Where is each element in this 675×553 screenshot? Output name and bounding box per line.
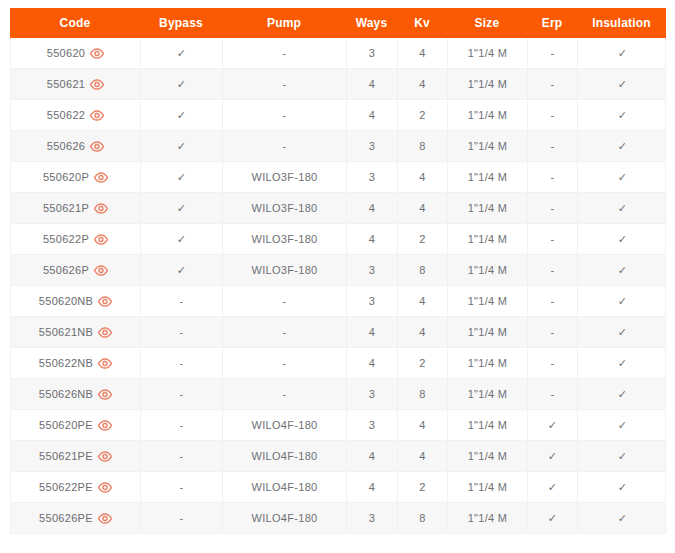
- kv-cell: 2: [398, 224, 448, 254]
- eye-icon[interactable]: [90, 110, 104, 121]
- ways-cell: 3: [347, 255, 398, 285]
- eye-icon[interactable]: [98, 389, 112, 400]
- eye-icon[interactable]: [98, 513, 112, 524]
- product-code: 550622: [47, 109, 86, 121]
- size-cell: 1"1/4 M: [448, 317, 528, 347]
- insulation-cell: ✓: [578, 286, 667, 316]
- eye-icon[interactable]: [98, 358, 112, 369]
- kv-cell: 8: [398, 503, 448, 533]
- insulation-cell: ✓: [578, 379, 667, 409]
- pump-cell: -: [223, 100, 347, 130]
- size-cell: 1"1/4 M: [448, 100, 528, 130]
- size-cell: 1"1/4 M: [448, 410, 528, 440]
- size-cell: 1"1/4 M: [448, 162, 528, 192]
- ways-cell: 4: [347, 69, 398, 99]
- erp-cell: -: [528, 38, 578, 68]
- erp-cell: -: [528, 379, 578, 409]
- kv-cell: 4: [398, 410, 448, 440]
- column-header-pump: Pump: [222, 8, 346, 38]
- column-header-erp: Erp: [527, 8, 577, 38]
- eye-icon[interactable]: [90, 141, 104, 152]
- ways-cell: 3: [347, 162, 398, 192]
- eye-icon[interactable]: [94, 265, 108, 276]
- code-cell: 550626: [11, 131, 141, 161]
- bypass-cell: ✓: [141, 224, 223, 254]
- pump-cell: WILO3F-180: [223, 193, 347, 223]
- bypass-cell: ✓: [141, 162, 223, 192]
- eye-icon[interactable]: [94, 234, 108, 245]
- kv-cell: 4: [398, 193, 448, 223]
- product-code: 550626NB: [39, 388, 93, 400]
- insulation-cell: ✓: [578, 100, 667, 130]
- erp-cell: -: [528, 255, 578, 285]
- table-row: 550620NB - - 3 4 1"1/4 M - ✓: [11, 286, 665, 317]
- eye-icon[interactable]: [94, 172, 108, 183]
- erp-cell: ✓: [528, 410, 578, 440]
- insulation-cell: ✓: [578, 131, 667, 161]
- product-code: 550621P: [43, 202, 89, 214]
- eye-icon[interactable]: [98, 420, 112, 431]
- ways-cell: 3: [347, 286, 398, 316]
- table-row: 550626PE - WILO4F-180 3 8 1"1/4 M ✓ ✓: [11, 503, 665, 534]
- kv-cell: 4: [398, 38, 448, 68]
- pump-cell: -: [223, 131, 347, 161]
- erp-cell: ✓: [528, 503, 578, 533]
- product-code: 550620PE: [39, 419, 93, 431]
- eye-icon[interactable]: [98, 327, 112, 338]
- erp-cell: -: [528, 162, 578, 192]
- pump-cell: -: [223, 317, 347, 347]
- eye-icon[interactable]: [98, 296, 112, 307]
- ways-cell: 3: [347, 379, 398, 409]
- size-cell: 1"1/4 M: [448, 379, 528, 409]
- eye-icon[interactable]: [98, 482, 112, 493]
- erp-cell: ✓: [528, 441, 578, 471]
- product-code: 550620: [47, 47, 86, 59]
- insulation-cell: ✓: [578, 503, 667, 533]
- ways-cell: 4: [347, 348, 398, 378]
- ways-cell: 4: [347, 441, 398, 471]
- erp-cell: ✓: [528, 472, 578, 502]
- kv-cell: 2: [398, 472, 448, 502]
- size-cell: 1"1/4 M: [448, 503, 528, 533]
- product-table: Code Bypass Pump Ways Kv Size Erp Insula…: [10, 8, 666, 534]
- erp-cell: -: [528, 69, 578, 99]
- erp-cell: -: [528, 193, 578, 223]
- column-header-bypass: Bypass: [140, 8, 222, 38]
- table-row: 550626NB - - 3 8 1"1/4 M - ✓: [11, 379, 665, 410]
- code-cell: 550620PE: [11, 410, 141, 440]
- eye-icon[interactable]: [90, 48, 104, 59]
- column-header-size: Size: [447, 8, 527, 38]
- size-cell: 1"1/4 M: [448, 255, 528, 285]
- table-row: 550620P ✓ WILO3F-180 3 4 1"1/4 M - ✓: [11, 162, 665, 193]
- code-cell: 550622NB: [11, 348, 141, 378]
- pump-cell: WILO3F-180: [223, 255, 347, 285]
- erp-cell: -: [528, 131, 578, 161]
- kv-cell: 8: [398, 255, 448, 285]
- pump-cell: -: [223, 348, 347, 378]
- eye-icon[interactable]: [98, 451, 112, 462]
- size-cell: 1"1/4 M: [448, 38, 528, 68]
- kv-cell: 2: [398, 100, 448, 130]
- product-code: 550622P: [43, 233, 89, 245]
- bypass-cell: ✓: [141, 131, 223, 161]
- table-row: 550621NB - - 4 4 1"1/4 M - ✓: [11, 317, 665, 348]
- product-code: 550626P: [43, 264, 89, 276]
- eye-icon[interactable]: [90, 79, 104, 90]
- kv-cell: 8: [398, 379, 448, 409]
- table-row: 550622NB - - 4 2 1"1/4 M - ✓: [11, 348, 665, 379]
- product-code: 550621PE: [39, 450, 93, 462]
- size-cell: 1"1/4 M: [448, 441, 528, 471]
- insulation-cell: ✓: [578, 317, 667, 347]
- code-cell: 550626NB: [11, 379, 141, 409]
- eye-icon[interactable]: [94, 203, 108, 214]
- ways-cell: 3: [347, 38, 398, 68]
- bypass-cell: ✓: [141, 255, 223, 285]
- kv-cell: 4: [398, 441, 448, 471]
- column-header-code: Code: [10, 8, 140, 38]
- bypass-cell: -: [141, 441, 223, 471]
- insulation-cell: ✓: [578, 472, 667, 502]
- product-code: 550622NB: [39, 357, 93, 369]
- insulation-cell: ✓: [578, 193, 667, 223]
- code-cell: 550621NB: [11, 317, 141, 347]
- insulation-cell: ✓: [578, 162, 667, 192]
